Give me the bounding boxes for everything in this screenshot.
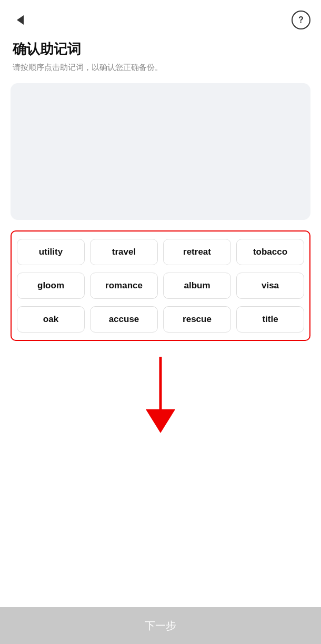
- word-chip[interactable]: oak: [17, 306, 85, 333]
- page-subtitle: 请按顺序点击助记词，以确认您正确备份。: [13, 63, 308, 73]
- word-chip[interactable]: visa: [236, 273, 304, 299]
- word-chip[interactable]: accuse: [90, 306, 158, 333]
- word-chip[interactable]: gloom: [17, 273, 85, 299]
- back-icon: [17, 15, 24, 25]
- word-grid: utilitytravelretreattobaccogloomromancea…: [17, 239, 304, 333]
- word-chip[interactable]: album: [163, 273, 231, 299]
- back-button[interactable]: [11, 11, 29, 29]
- word-chip[interactable]: retreat: [163, 239, 231, 265]
- header: ?: [0, 0, 321, 35]
- word-chip[interactable]: rescue: [163, 306, 231, 333]
- svg-marker-1: [146, 409, 175, 433]
- help-button[interactable]: ?: [292, 11, 310, 29]
- arrow-icon: [139, 357, 182, 436]
- title-section: 确认助记词 请按顺序点击助记词，以确认您正确备份。: [0, 35, 321, 83]
- word-chip[interactable]: tobacco: [236, 239, 304, 265]
- word-chip[interactable]: romance: [90, 273, 158, 299]
- word-chip[interactable]: travel: [90, 239, 158, 265]
- word-chip[interactable]: title: [236, 306, 304, 333]
- mnemonic-display-area: [11, 83, 310, 220]
- word-grid-container: utilitytravelretreattobaccogloomromancea…: [11, 230, 310, 341]
- next-button[interactable]: 下一步: [0, 607, 321, 644]
- word-chip[interactable]: utility: [17, 239, 85, 265]
- arrow-area: [0, 357, 321, 441]
- page-title: 确认助记词: [13, 40, 308, 58]
